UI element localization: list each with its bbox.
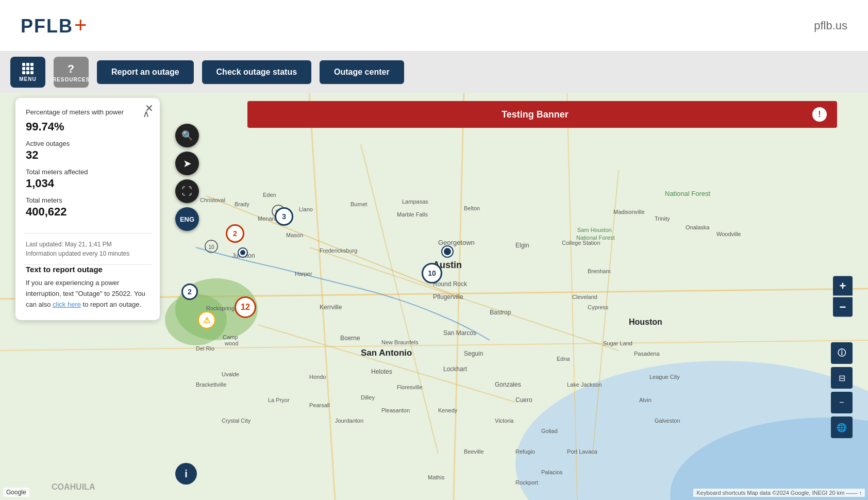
- pct-stat-row: Percentage of meters with power ∧ 99.74%: [26, 108, 149, 134]
- info-circle-icon: ⓘ: [838, 348, 846, 359]
- svg-text:Pflugerville: Pflugerville: [433, 293, 463, 301]
- total-meters-value: 400,622: [26, 205, 149, 219]
- fullscreen-icon: ⛶: [182, 186, 192, 197]
- active-outages-row: Active outages 32: [26, 140, 149, 162]
- svg-text:Uvalde: Uvalde: [222, 371, 239, 377]
- active-outages-label: Active outages: [26, 140, 149, 148]
- svg-text:Kenedy: Kenedy: [438, 407, 458, 413]
- header-url: pflb.us: [814, 19, 847, 32]
- warning-marker[interactable]: ⚠: [198, 311, 215, 329]
- check-status-button[interactable]: Check outage status: [202, 60, 311, 84]
- testing-banner: Testing Banner !: [247, 101, 837, 128]
- svg-text:Cleveland: Cleveland: [572, 294, 597, 300]
- svg-text:Eden: Eden: [263, 192, 276, 198]
- svg-text:Burnet: Burnet: [350, 201, 367, 207]
- map-globe-button[interactable]: 🌐: [831, 416, 853, 438]
- update-interval-text: Information updated every 10 minutes: [26, 249, 149, 258]
- svg-text:Lampasas: Lampasas: [402, 198, 428, 205]
- testing-banner-text: Testing Banner: [258, 109, 812, 120]
- svg-text:Edna: Edna: [557, 356, 571, 362]
- language-button[interactable]: ENG: [175, 207, 199, 231]
- navigate-icon: ➤: [183, 157, 192, 170]
- plus-icon: +: [840, 279, 846, 293]
- total-meters-row: Total meters 400,622: [26, 196, 149, 219]
- outage-center-button[interactable]: Outage center: [320, 60, 404, 84]
- svg-text:Crystal City: Crystal City: [222, 418, 251, 424]
- svg-text:Marble Falls: Marble Falls: [397, 211, 428, 218]
- svg-text:Hondo: Hondo: [309, 374, 326, 380]
- svg-text:Galveston: Galveston: [655, 418, 680, 424]
- svg-text:National Forest: National Forest: [576, 235, 615, 241]
- fullscreen-button[interactable]: ⛶: [175, 179, 199, 203]
- svg-text:Belton: Belton: [464, 205, 480, 211]
- svg-text:10: 10: [208, 244, 214, 250]
- menu-button[interactable]: MENU: [10, 57, 45, 88]
- svg-text:La Pryor: La Pryor: [268, 397, 290, 403]
- globe-icon: 🌐: [837, 423, 847, 432]
- info-icon: i: [185, 468, 188, 480]
- cluster-marker-12[interactable]: 12: [235, 296, 256, 318]
- svg-text:Goliad: Goliad: [541, 428, 558, 434]
- report-outage-button[interactable]: Report an outage: [97, 60, 194, 84]
- navigate-button[interactable]: ➤: [175, 152, 199, 175]
- map-info-button[interactable]: i: [175, 463, 197, 485]
- panel-close-button[interactable]: ✕: [145, 102, 154, 114]
- svg-text:Woodville: Woodville: [716, 231, 741, 237]
- active-outages-value: 32: [26, 148, 149, 162]
- zoom-in-button[interactable]: +: [833, 276, 853, 296]
- svg-text:San Marcos: San Marcos: [443, 329, 476, 337]
- svg-text:Helotes: Helotes: [371, 368, 392, 375]
- text-report-title: Text to report outage: [26, 265, 149, 274]
- logo-cross: +: [74, 13, 88, 37]
- resources-label: RESOURCES: [53, 77, 90, 82]
- svg-text:Harper: Harper: [295, 271, 312, 277]
- location-dot-junction[interactable]: [239, 248, 247, 257]
- svg-text:Dilley: Dilley: [361, 394, 375, 401]
- dash-icon: −: [839, 398, 844, 407]
- location-dot-georgetown[interactable]: [442, 246, 453, 257]
- svg-text:Georgetown: Georgetown: [438, 239, 475, 246]
- svg-text:Seguin: Seguin: [464, 350, 483, 357]
- svg-text:Fredericksburg: Fredericksburg: [320, 247, 357, 254]
- cluster-marker-10[interactable]: 10: [422, 263, 442, 284]
- svg-text:Round Rock: Round Rock: [433, 280, 468, 288]
- grid-icon: [22, 63, 34, 74]
- svg-text:Bastrop: Bastrop: [490, 309, 511, 316]
- svg-text:Gonzales: Gonzales: [495, 381, 521, 388]
- question-icon: ?: [68, 62, 75, 76]
- svg-text:Christoval: Christoval: [200, 197, 225, 203]
- svg-text:Jourdanton: Jourdanton: [335, 418, 363, 424]
- map-extra-controls: ⓘ ⊟ − 🌐: [831, 342, 853, 438]
- total-meters-label: Total meters: [26, 196, 149, 205]
- text-report-section: Text to report outage If you are experie…: [15, 265, 160, 320]
- total-affected-value: 1,034: [26, 177, 149, 190]
- svg-text:Onalaska: Onalaska: [686, 224, 710, 230]
- svg-text:Sam Houston: Sam Houston: [577, 227, 612, 233]
- svg-point-14: [165, 294, 227, 345]
- report-link[interactable]: click here: [53, 301, 81, 308]
- svg-text:Pleasanton: Pleasanton: [381, 407, 410, 413]
- logo-area: PFLB+: [21, 14, 88, 37]
- map-data-attribution: Keyboard shortcuts Map data ©2024 Google…: [693, 489, 865, 497]
- map-info-extra-button[interactable]: ⓘ: [831, 342, 853, 364]
- cluster-marker-2-blue[interactable]: 2: [181, 284, 198, 300]
- svg-text:Rockport: Rockport: [515, 479, 538, 486]
- svg-text:Alvin: Alvin: [639, 397, 652, 403]
- cluster-marker-3[interactable]: 3: [275, 207, 293, 226]
- resources-button[interactable]: ? RESOURCES: [54, 57, 89, 88]
- banner-alert-icon: !: [812, 107, 827, 122]
- pct-value: 99.74%: [26, 120, 149, 134]
- svg-text:League City: League City: [649, 374, 680, 380]
- svg-text:Lockhart: Lockhart: [443, 365, 468, 373]
- search-map-button[interactable]: 🔍: [175, 124, 199, 147]
- svg-text:Houston: Houston: [629, 318, 662, 326]
- svg-text:COAHUILA: COAHUILA: [52, 482, 95, 491]
- cluster-marker-2-red[interactable]: 2: [226, 224, 244, 243]
- last-updated-text: Last updated: May 21, 1:41 PM: [26, 240, 149, 249]
- map-layers-button[interactable]: ⊟: [831, 367, 853, 389]
- svg-text:Trinity: Trinity: [655, 215, 670, 222]
- zoom-out-button[interactable]: −: [833, 297, 853, 317]
- svg-text:Boerne: Boerne: [340, 335, 360, 342]
- svg-text:wood: wood: [224, 340, 238, 346]
- map-extra-minus[interactable]: −: [831, 392, 853, 413]
